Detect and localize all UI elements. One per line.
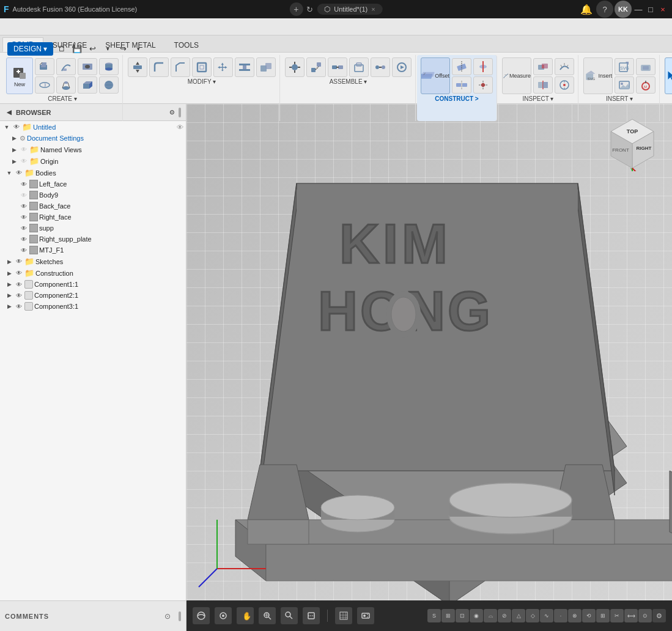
right-face-visibility[interactable]: 👁 (20, 213, 28, 221)
named-views-visibility[interactable]: 👁 (20, 146, 28, 154)
browser-item-component1[interactable]: ▶ 👁 Component1:1 (0, 279, 186, 290)
zoom-window-button[interactable] (281, 607, 298, 624)
loft-button[interactable] (56, 76, 76, 94)
user-avatar[interactable]: KK (615, 1, 632, 18)
hole-button[interactable] (78, 58, 97, 75)
undo-dropdown[interactable]: ▾ (101, 42, 114, 56)
component2-visibility[interactable]: 👁 (15, 291, 23, 300)
tab-tools[interactable]: TOOLS (165, 38, 208, 52)
align-button[interactable] (235, 57, 254, 77)
new-sketch-button[interactable]: S (427, 609, 441, 622)
doc-settings-arrow[interactable]: ▶ (10, 134, 18, 142)
sphere-button[interactable] (99, 76, 119, 94)
axis-through-cylinder-button[interactable] (473, 58, 493, 75)
plane-at-angle-button[interactable] (452, 58, 471, 75)
origin-visibility[interactable]: 👁 (20, 157, 28, 166)
create-group-label[interactable]: CREATE ▾ (48, 95, 77, 102)
assemble-group-label[interactable]: ASSEMBLE ▾ (330, 78, 367, 85)
select-button[interactable]: Select (665, 57, 672, 94)
display-grid-button[interactable] (335, 607, 352, 624)
new-file-button[interactable]: 🗋 (55, 42, 68, 56)
comments-resize-handle[interactable] (179, 611, 181, 621)
close-button[interactable]: × (657, 4, 668, 15)
inspect-group-label[interactable]: INSPECT ▾ (523, 95, 554, 102)
mtj-f1-visibility[interactable]: 👁 (20, 246, 28, 254)
sketch-icon-14[interactable]: ✂ (610, 609, 624, 622)
zoom-button[interactable] (259, 607, 276, 624)
refresh-button[interactable]: ↻ (306, 5, 313, 14)
joint-button[interactable] (285, 57, 305, 77)
sketches-visibility[interactable]: 👁 (15, 257, 23, 266)
box-button[interactable] (78, 76, 97, 94)
curvature-comb-button[interactable] (555, 58, 574, 75)
back-face-visibility[interactable]: 👁 (20, 202, 28, 210)
3d-viewport[interactable]: KIM HONG KIM HONG (186, 104, 672, 600)
as-built-joint-button[interactable] (306, 57, 326, 77)
motion-link-button[interactable] (371, 57, 390, 77)
chamfer-button[interactable] (171, 57, 190, 77)
insert-canvas-button[interactable] (615, 76, 634, 94)
navigation-cube[interactable]: TOP RIGHT FRONT Y X (605, 116, 660, 171)
sketch-icon-12[interactable]: ⟲ (582, 609, 596, 622)
browser-item-mtj-f1[interactable]: 👁 MTJ_F1 (0, 245, 186, 256)
bodies-visibility[interactable]: 👁 (15, 169, 23, 177)
modify-group-label[interactable]: MODIFY ▾ (188, 78, 216, 85)
pan-button[interactable]: ✋ (237, 607, 254, 624)
named-views-arrow[interactable]: ▶ (10, 146, 18, 154)
extrude-button[interactable] (35, 58, 54, 75)
maximize-button[interactable]: □ (645, 4, 656, 15)
design-dropdown[interactable]: DESIGN ▾ (7, 42, 53, 56)
sketch-icon-4[interactable]: ◉ (470, 609, 483, 622)
point-at-vertex-button[interactable] (473, 76, 493, 94)
supp-visibility[interactable]: 👁 (20, 224, 28, 232)
look-at-button[interactable] (215, 607, 232, 624)
browser-root-item[interactable]: ▼ 👁 📁 Untitled 👁 (0, 121, 186, 133)
midplane-button[interactable] (452, 76, 471, 94)
insert-decal-button[interactable] (636, 58, 655, 75)
browser-item-construction[interactable]: ▶ 👁 📁 Construction (0, 267, 186, 279)
left-face-visibility[interactable]: 👁 (20, 180, 28, 188)
interference-button[interactable] (533, 58, 553, 75)
body9-visibility[interactable]: 👁 (20, 191, 28, 199)
help-button[interactable]: ? (596, 1, 613, 18)
new-component-button[interactable] (349, 57, 369, 77)
minimize-button[interactable]: — (633, 4, 644, 15)
bodies-arrow[interactable]: ▼ (5, 169, 13, 177)
browser-item-doc-settings[interactable]: ▶ ⚙ Document Settings (0, 133, 186, 144)
sketch-icon-16[interactable]: ⊙ (638, 609, 652, 622)
browser-item-component2[interactable]: ▶ 👁 Component2:1 (0, 290, 186, 301)
rigid-group-button[interactable] (328, 57, 347, 77)
sketch-settings-button[interactable]: ⚙ (652, 609, 666, 622)
insert-mcmaster-button[interactable]: M (636, 76, 655, 94)
browser-item-body9[interactable]: 👁 Body9 (0, 190, 186, 201)
root-expand-arrow[interactable]: ▼ (2, 123, 11, 131)
notification-button[interactable]: 🔔 (578, 1, 595, 18)
browser-item-supp[interactable]: 👁 supp (0, 223, 186, 234)
browser-item-sketches[interactable]: ▶ 👁 📁 Sketches (0, 256, 186, 267)
press-pull-button[interactable] (128, 57, 147, 77)
browser-item-right-supp-plate[interactable]: 👁 Right_supp_plate (0, 234, 186, 245)
browser-item-origin[interactable]: ▶ 👁 📁 Origin (0, 155, 186, 167)
origin-arrow[interactable]: ▶ (10, 157, 18, 166)
component3-arrow[interactable]: ▶ (5, 302, 13, 311)
cylinder-button[interactable] (99, 58, 119, 75)
drive-joints-button[interactable] (392, 57, 412, 77)
sketch-icon-13[interactable]: ⊞ (596, 609, 610, 622)
create-new-component-button[interactable]: New (6, 57, 33, 94)
construction-visibility[interactable]: 👁 (15, 269, 23, 278)
section-analysis-button[interactable] (533, 76, 553, 94)
sketch-icon-3[interactable]: ⊡ (456, 609, 469, 622)
browser-item-left-face[interactable]: 👁 Left_face (0, 179, 186, 190)
sketch-icon-11[interactable]: ⊗ (568, 609, 582, 622)
component1-arrow[interactable]: ▶ (5, 280, 13, 289)
sketch-icon-5[interactable]: ⌓ (484, 609, 497, 622)
component2-arrow[interactable]: ▶ (5, 291, 13, 300)
browser-item-bodies[interactable]: ▼ 👁 📁 Bodies (0, 167, 186, 179)
insert-group-label[interactable]: INSERT ▾ (606, 95, 633, 102)
root-eye-icon[interactable]: 👁 (177, 124, 183, 131)
root-visibility[interactable]: 👁 (12, 123, 21, 131)
construction-arrow[interactable]: ▶ (5, 269, 13, 278)
browser-item-named-views[interactable]: ▶ 👁 📁 Named Views (0, 144, 186, 155)
offset-plane-button[interactable]: Offset (421, 57, 450, 94)
construct-group-label[interactable]: CONSTRUCT > (435, 95, 478, 102)
